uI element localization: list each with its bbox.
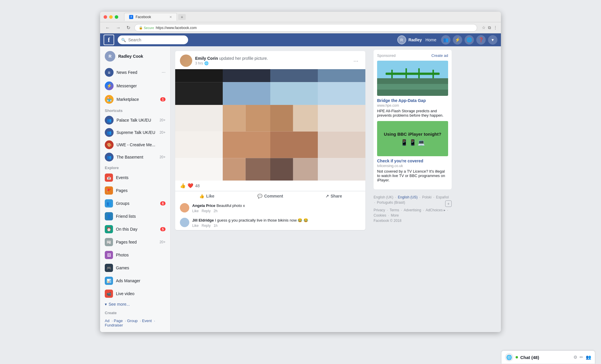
like-button[interactable]: 👍 Like — [175, 191, 239, 201]
browser-tab[interactable]: f Facebook ✕ — [124, 13, 177, 21]
sidebar-item-friend-lists[interactable]: 👤 Friend lists — [100, 210, 170, 223]
bookmark-icon[interactable]: ☆ — [482, 25, 486, 30]
post-card: Emily Corin updated her profile picture.… — [175, 51, 365, 230]
new-tab-button[interactable]: + — [178, 14, 186, 20]
sidebar-item-live-video[interactable]: 📹 Live video — [100, 287, 170, 300]
header-username: Radley — [408, 38, 422, 42]
comment-meta-2: Like Reply 1h — [192, 224, 361, 228]
svg-rect-30 — [418, 68, 420, 78]
create-event-link[interactable]: Event — [142, 319, 152, 323]
sidebar-username: Radley Cook — [118, 54, 143, 59]
account-dropdown-icon[interactable]: ▾ — [488, 35, 497, 45]
forward-button[interactable]: → — [114, 25, 122, 31]
comment-author-2[interactable]: Jill Eldridge — [192, 218, 214, 222]
create-page-link[interactable]: Page — [114, 319, 123, 323]
see-more-button[interactable]: ▾ See more... — [100, 300, 170, 308]
post-more-button[interactable]: ··· — [351, 56, 361, 65]
header-avatar[interactable]: R — [397, 35, 406, 44]
lang-more-button[interactable]: + — [445, 200, 452, 207]
lang-english-uk[interactable]: English (UK) — [374, 195, 393, 199]
sidebar-item-on-this-day[interactable]: ⏰ On this Day 5 — [100, 223, 170, 236]
footer-adchoices-link[interactable]: AdChoices ▸ — [426, 208, 445, 212]
comment-button[interactable]: 💬 Comment — [239, 191, 302, 201]
maximize-dot[interactable] — [115, 15, 118, 19]
ad-1-title[interactable]: Bridge the App-Data Gap — [377, 98, 448, 103]
search-input[interactable] — [128, 38, 185, 42]
footer-terms-link[interactable]: Terms — [390, 208, 399, 212]
create-group-link[interactable]: Group — [127, 319, 138, 323]
back-button[interactable]: ← — [104, 25, 112, 31]
create-ad-link[interactable]: Create ad — [431, 53, 448, 58]
refresh-button[interactable]: ↻ — [125, 24, 132, 31]
help-nav-icon[interactable]: ❓ — [476, 35, 486, 45]
on-this-day-badge: 5 — [160, 227, 166, 231]
post-reactions: 👍 ❤️ 48 — [175, 181, 365, 191]
iplayer-headline: Using BBC iPlayer tonight? — [384, 132, 441, 137]
news-feed-icon: ≡ — [105, 68, 114, 77]
sidebar-item-pages-feed[interactable]: 📰 Pages feed 20+ — [100, 236, 170, 249]
footer-more-link[interactable]: More — [391, 213, 399, 217]
lang-espanol[interactable]: Español — [436, 195, 449, 199]
comment-like-1[interactable]: Like — [192, 209, 199, 213]
sidebar-item-games[interactable]: 🎮 Games — [100, 261, 170, 274]
tab-close-button[interactable]: ✕ — [169, 15, 172, 19]
post-author-name[interactable]: Emily Corin — [195, 56, 218, 61]
live-video-icon: 📹 — [105, 290, 113, 298]
lang-portugues[interactable]: Português (Brasil) — [377, 200, 405, 207]
messenger-nav-icon[interactable]: ⚡ — [453, 35, 462, 45]
fb-search-bar[interactable]: 🔍 — [118, 35, 188, 44]
lang-polski[interactable]: Polski — [422, 195, 431, 199]
basement-icon: 👥 — [105, 153, 114, 161]
sidebar-item-news-feed[interactable]: ≡ News Feed ··· — [100, 66, 170, 79]
footer-privacy-link[interactable]: Privacy — [374, 208, 385, 212]
create-fundraiser-link[interactable]: Fundraiser — [105, 323, 123, 327]
bridge-image — [377, 61, 448, 96]
sidebar-item-marketplace[interactable]: 🏪 Marketplace 1 — [100, 93, 170, 106]
share-button[interactable]: ↗ Share — [302, 191, 365, 201]
create-links: Ad · Page · Group · Event · Fundraiser — [100, 316, 170, 330]
extensions-icon[interactable]: ⧉ — [488, 25, 491, 30]
events-label: Events — [116, 175, 129, 180]
post-image — [175, 69, 365, 181]
home-link[interactable]: Home — [426, 38, 436, 42]
browser-action-buttons: ☆ ⧉ ⋮ — [482, 25, 497, 30]
sidebar-item-pages[interactable]: 🚩 Pages — [100, 184, 170, 197]
sidebar-item-messenger[interactable]: ⚡ Messenger — [100, 79, 170, 93]
sidebar-item-groups[interactable]: 👥 Groups 6 — [100, 197, 170, 210]
news-feed-options[interactable]: ··· — [162, 70, 166, 75]
menu-icon[interactable]: ⋮ — [493, 25, 497, 30]
fb-logo: f — [104, 35, 114, 45]
svg-rect-23 — [318, 158, 365, 181]
comment-like-2[interactable]: Like — [192, 224, 199, 228]
svg-rect-0 — [175, 69, 223, 82]
shortcut-uwe[interactable]: 🎨 UWE - Creative Me... — [100, 139, 170, 151]
sidebar-user-profile[interactable]: R Radley Cook — [100, 49, 170, 64]
comment-author-1[interactable]: Angela Price — [192, 203, 215, 208]
create-ad-link[interactable]: Ad — [105, 319, 109, 323]
svg-rect-18 — [175, 158, 223, 181]
lang-english-us[interactable]: English (US) — [398, 195, 418, 199]
sidebar-item-events[interactable]: 📅 Events — [100, 171, 170, 184]
shortcut-basement[interactable]: 👥 The Basement 20+ — [100, 151, 170, 163]
comment-reply-2[interactable]: Reply — [202, 224, 211, 228]
sidebar-item-photos[interactable]: 🖼 Photos — [100, 249, 170, 261]
shortcut-palace-talk[interactable]: 👥 Palace Talk UK/EU 20+ — [100, 114, 170, 126]
comment-time-1: 2h — [214, 209, 217, 213]
ad-1-url: www.hpe.com — [377, 103, 448, 108]
notifications-nav-icon[interactable]: 🌐 — [465, 35, 474, 45]
comment-reply-1[interactable]: Reply — [202, 209, 211, 213]
svg-rect-32 — [377, 84, 448, 89]
svg-rect-2 — [270, 69, 318, 82]
sidebar-item-ads-manager[interactable]: 📊 Ads Manager — [100, 274, 170, 287]
minimize-dot[interactable] — [109, 15, 113, 19]
address-bar[interactable]: 🔒 Secure https://www.facebook.com — [134, 24, 477, 32]
pages-feed-icon: 📰 — [105, 238, 113, 246]
footer-advertising-link[interactable]: Advertising — [404, 208, 421, 212]
friends-nav-icon[interactable]: 👥 — [441, 35, 450, 45]
close-dot[interactable] — [104, 15, 107, 19]
games-label: Games — [116, 266, 129, 270]
shortcut-supreme-talk[interactable]: 👥 Supreme Talk UK/EU 20+ — [100, 126, 170, 139]
friend-lists-label: Friend lists — [116, 214, 136, 219]
footer-cookies-link[interactable]: Cookies — [374, 213, 386, 217]
ad-2-title[interactable]: Check if you're covered — [377, 159, 448, 163]
